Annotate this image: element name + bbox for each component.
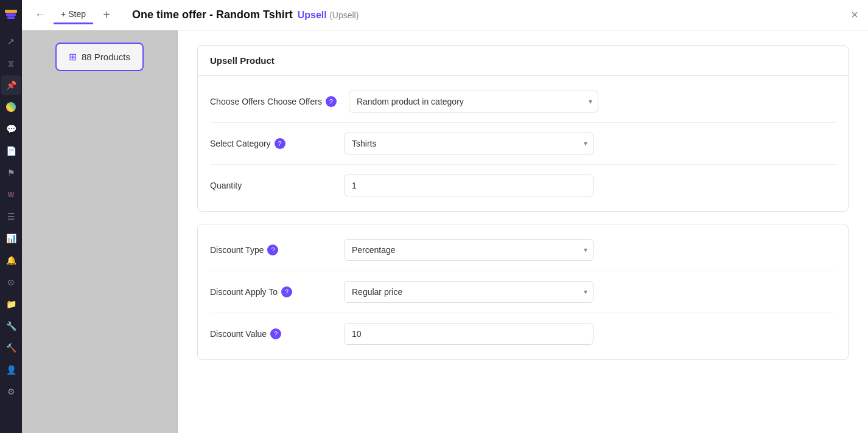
woo-icon[interactable]: W (1, 185, 21, 204)
products-label: 88 Products (82, 52, 130, 62)
page-icon[interactable]: 📄 (1, 141, 21, 161)
close-button[interactable]: × (851, 8, 858, 22)
discount-section: Discount Type ? Percentage Fixed amount … (197, 224, 849, 360)
select-category-select-wrapper: Tshirts Pants Shoes Accessories ▾ (344, 133, 593, 154)
choose-offers-select[interactable]: Random product in category Specific prod… (349, 91, 598, 113)
discount-value-label: Discount Value ? (210, 328, 332, 339)
discount-type-select-wrapper: Percentage Fixed amount No discount ▾ (344, 239, 593, 261)
back-button[interactable]: ← (32, 7, 49, 24)
select-category-control: Tshirts Pants Shoes Accessories ▾ (344, 133, 593, 154)
page-title: One time offer - Random Tshirt (132, 9, 293, 21)
choose-offers-select-wrapper: Random product in category Specific prod… (349, 91, 598, 113)
upsell-product-section: Upsell Product Choose Offers Choose Offe… (197, 45, 849, 212)
grid-icon: ⊞ (69, 51, 77, 63)
discount-apply-select-wrapper: Regular price Sale price ▾ (344, 281, 593, 303)
discount-value-input[interactable] (344, 323, 593, 345)
wrench-icon[interactable]: 🔧 (1, 316, 21, 336)
upsell-badge: Upsell (Upsell) (298, 10, 359, 21)
section1-body: Choose Offers Choose Offers ? Random pro… (198, 76, 848, 211)
select-category-row: Select Category ? Tshirts Pants Shoes Ac… (210, 123, 836, 165)
quantity-row: Quantity (210, 165, 836, 206)
products-badge[interactable]: ⊞ 88 Products (55, 43, 144, 71)
settings-icon[interactable]: ⚙ (1, 382, 21, 401)
discount-type-label: Discount Type ? (210, 244, 332, 255)
svg-rect-1 (6, 13, 16, 16)
flag-icon[interactable]: ⚑ (1, 163, 21, 182)
quantity-input[interactable] (344, 175, 593, 196)
discount-apply-select[interactable]: Regular price Sale price (344, 281, 593, 303)
discount-value-help-icon[interactable]: ? (270, 328, 281, 339)
select-category-help-icon[interactable]: ? (275, 138, 285, 149)
discount-apply-label: Discount Apply To ? (210, 286, 332, 297)
discount-type-control: Percentage Fixed amount No discount ▾ (344, 239, 593, 261)
choose-offers-control: Random product in category Specific prod… (349, 91, 598, 113)
discount-type-row: Discount Type ? Percentage Fixed amount … (210, 229, 836, 271)
step-tab-label: Step (68, 9, 86, 19)
choose-offers-label: Choose Offers Choose Offers ? (210, 96, 337, 107)
discount-value-row: Discount Value ? (210, 313, 836, 355)
add-step-icon: + (61, 9, 66, 19)
choose-offers-row: Choose Offers Choose Offers ? Random pro… (210, 81, 836, 123)
discount-apply-help-icon[interactable]: ? (281, 286, 292, 297)
chart-icon[interactable]: 📊 (1, 229, 21, 248)
svg-rect-0 (5, 10, 17, 13)
cursor-icon[interactable]: ↗ (1, 32, 21, 51)
folder-icon[interactable]: 📁 (1, 294, 21, 314)
palette-icon[interactable] (1, 97, 21, 117)
main-area: ← + Step + One time offer - Random Tshir… (22, 0, 868, 433)
topbar: ← + Step + One time offer - Random Tshir… (22, 0, 868, 30)
quantity-control (344, 175, 593, 196)
svg-rect-2 (7, 16, 15, 19)
add-step-button[interactable]: + (98, 7, 115, 24)
page-title-bar: One time offer - Random Tshirt Upsell (U… (120, 9, 846, 21)
choose-offers-help-icon[interactable]: ? (326, 96, 337, 107)
quantity-label: Quantity (210, 181, 332, 190)
circle-dot-icon[interactable]: ⊙ (1, 272, 21, 292)
bubble-icon[interactable]: 💬 (1, 119, 21, 139)
list-icon[interactable]: ☰ (1, 207, 21, 226)
section2-body: Discount Type ? Percentage Fixed amount … (198, 224, 848, 359)
form-panel: Upsell Product Choose Offers Choose Offe… (178, 30, 868, 433)
discount-apply-control: Regular price Sale price ▾ (344, 281, 593, 303)
user-icon[interactable]: 👤 (1, 360, 21, 379)
discount-type-select[interactable]: Percentage Fixed amount No discount (344, 239, 593, 261)
logo-icon[interactable] (1, 5, 21, 24)
bell-icon[interactable]: 🔔 (1, 251, 21, 270)
select-category-label: Select Category ? (210, 138, 332, 149)
select-category-select[interactable]: Tshirts Pants Shoes Accessories (344, 133, 593, 154)
funnel-icon[interactable]: ⧖ (1, 54, 21, 73)
tools-icon[interactable]: 🔨 (1, 338, 21, 358)
canvas-panel: ⊞ 88 Products (22, 30, 178, 433)
pin-icon[interactable]: 📌 (1, 75, 21, 95)
discount-value-control (344, 323, 593, 345)
section1-title: Upsell Product (198, 46, 848, 76)
sidebar: ↗ ⧖ 📌 💬 📄 ⚑ W ☰ 📊 🔔 ⊙ 📁 🔧 🔨 👤 ⚙ (0, 0, 22, 433)
step-tab[interactable]: + Step (54, 5, 93, 24)
discount-apply-row: Discount Apply To ? Regular price Sale p… (210, 271, 836, 313)
discount-type-help-icon[interactable]: ? (267, 244, 278, 255)
content-area: ⊞ 88 Products Upsell Product Choose Offe… (22, 30, 868, 433)
